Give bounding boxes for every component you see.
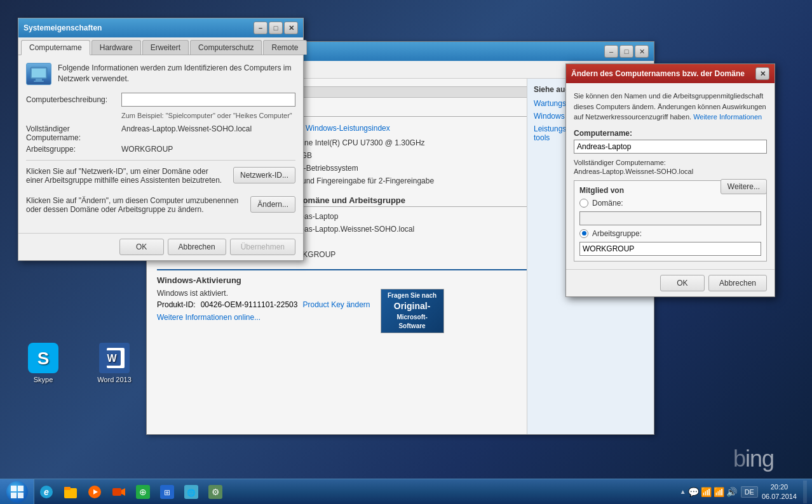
start-orb [6, 481, 28, 503]
syseigen-minimize-btn[interactable]: – [254, 22, 267, 34]
tab-remote[interactable]: Remote [263, 40, 306, 55]
aendern-dialog: Ändern des Computernamens bzw. der Domän… [565, 63, 775, 297]
tray-notify-icon[interactable]: 💬 [688, 487, 699, 497]
word-label: Word 2013 [97, 376, 132, 383]
desktop-icon-word[interactable]: W Word 2013 [89, 343, 140, 383]
word-icon: W [99, 343, 130, 373]
aendern-computername-input[interactable] [574, 140, 767, 154]
start-button[interactable] [0, 479, 34, 505]
clock[interactable]: 20:20 06.07.2014 [762, 482, 797, 501]
taskbar-tray: ▲ 💬 📶 📶 🔊 DE 20:20 06.07.2014 [675, 481, 812, 503]
tab-computername[interactable]: Computername [21, 40, 90, 55]
perf-link[interactable]: Windows-Leistungsindex [306, 124, 390, 133]
taskbar: e ⊕ ⊞ 🌐 [0, 479, 812, 504]
windows-logo: Fragen Sie nach Original- Microsoft- Sof… [381, 289, 444, 333]
clock-date: 06.07.2014 [762, 492, 797, 501]
syseigen-maximize-btn[interactable]: □ [269, 22, 283, 34]
aendern-btn-row: OK Abbrechen [566, 269, 775, 296]
produkt-key-link[interactable]: Product Key ändern [302, 300, 370, 309]
tab-erweitert[interactable]: Erweitert [142, 40, 189, 55]
system-maximize-btn[interactable]: □ [619, 45, 633, 58]
taskbar-lang-icon[interactable]: 🌐 [180, 481, 203, 503]
tray-signal-icon[interactable]: 📶 [714, 487, 724, 497]
arbeitsgruppe-radio[interactable] [579, 229, 588, 238]
taskbar-green-icon[interactable]: ⊕ [132, 481, 154, 503]
aendern-desc: Sie können den Namen und die Arbeitsgrup… [574, 91, 767, 123]
weitere-button[interactable]: Weitere... [721, 179, 767, 194]
arbeitsgruppe-row: Arbeitsgruppe: WORKGROUP [26, 145, 295, 154]
svg-rect-9 [34, 81, 44, 82]
weitere-info-link[interactable]: Weitere Informationen online... [157, 313, 261, 322]
aendern-ok-button[interactable]: OK [660, 275, 705, 291]
svg-rect-11 [18, 486, 24, 491]
system-minimize-btn[interactable]: – [604, 45, 618, 58]
netzwerk-row: Klicken Sie auf "Netzwerk-ID", um einer … [26, 167, 295, 190]
uebernehmen-button[interactable]: Übernehmen [230, 239, 295, 255]
syseigen-close-btn[interactable]: ✕ [284, 22, 298, 34]
svg-text:🌐: 🌐 [187, 488, 196, 497]
example-text: Zum Beispiel: "Spielcomputer" oder "Heik… [121, 112, 295, 119]
aendern-titlebar: Ändern des Computernamens bzw. der Domän… [566, 64, 775, 83]
taskbar-media-icon[interactable] [83, 481, 106, 503]
beschreibung-input[interactable] [121, 93, 295, 107]
syseigen-title: Systemeigenschaften [24, 23, 252, 32]
arbeitsgruppe-label: Arbeitsgruppe: [26, 145, 121, 154]
aendern-weitere-info-link[interactable]: Weitere Informationen [693, 113, 762, 121]
aendern-content: Sie können den Namen und die Arbeitsgrup… [566, 83, 775, 269]
domaene-label: Domäne: [592, 199, 623, 208]
vollstaendig-value: Andreas-Laptop.Weissnet-SOHO.local [121, 124, 252, 142]
computer-info-text: Folgende Informationen werden zum Identi… [58, 63, 295, 84]
domaene-radio[interactable] [579, 199, 588, 208]
show-desktop-btn[interactable] [803, 481, 807, 503]
syseigen-content: Folgende Informationen werden zum Identi… [18, 55, 303, 233]
tray-network-icon[interactable]: 📶 [701, 487, 712, 497]
syseigen-btn-row: OK Abbrechen Übernehmen [18, 233, 303, 260]
language-indicator[interactable]: DE [741, 486, 758, 498]
svg-text:e: e [44, 487, 49, 497]
vollstaendig-label: Vollständiger Computername: [26, 124, 121, 142]
taskbar-ie-icon[interactable]: e [35, 481, 58, 503]
beschreibung-label: Computerbeschreibung: [26, 95, 121, 104]
aendern-row: Klicken Sie auf "Ändern", um diesen Comp… [26, 196, 295, 219]
weitere-info-row: Weitere Informationen online... [157, 313, 370, 322]
taskbar-video-icon[interactable] [107, 481, 130, 503]
aendern-button[interactable]: Ändern... [250, 196, 295, 213]
aendern-vollstaendig-value: Andreas-Laptop.Weissnet-SOHO.local [574, 168, 767, 175]
aendern-title: Ändern des Computernamens bzw. der Domän… [571, 69, 754, 78]
aktivierung-text: Windows ist aktiviert. Produkt-ID: 00426… [157, 289, 370, 322]
taskbar-blue-icon[interactable]: ⊞ [156, 481, 179, 503]
click-info-2: Klicken Sie auf "Ändern", um diesen Comp… [26, 196, 244, 214]
svg-rect-17 [64, 487, 71, 490]
bing-logo: bing [733, 446, 774, 472]
taskbar-explorer-icon[interactable] [59, 481, 82, 503]
svg-text:⊕: ⊕ [139, 487, 147, 497]
arbeitsgruppe-radio-row: Arbeitsgruppe: [579, 229, 761, 238]
skype-icon: S [28, 343, 58, 373]
separator-1 [26, 160, 295, 161]
computer-icon [26, 63, 51, 85]
system-close-btn[interactable]: ✕ [635, 45, 649, 58]
ok-button[interactable]: OK [119, 239, 164, 255]
aendern-close-btn[interactable]: ✕ [755, 67, 769, 80]
win-aktiviert: Windows ist aktiviert. [157, 289, 370, 298]
taskbar-setup-icon[interactable]: ⚙ [204, 481, 227, 503]
tab-hardware[interactable]: Hardware [91, 40, 141, 55]
tab-computerschutz[interactable]: Computerschutz [190, 40, 262, 55]
svg-rect-7 [32, 69, 46, 77]
tray-sound-icon[interactable]: 🔊 [726, 487, 737, 497]
abbrechen-button[interactable]: Abbrechen [168, 239, 226, 255]
netzwerk-id-button[interactable]: Netzwerk-ID... [233, 167, 295, 183]
clock-time: 20:20 [762, 482, 797, 491]
tray-expand[interactable]: ▲ [680, 488, 686, 495]
svg-text:⊞: ⊞ [164, 488, 170, 497]
svg-text:⚙: ⚙ [212, 487, 220, 497]
produkt-label: Produkt-ID: [157, 300, 196, 309]
prozessor-value: Genuine Intel(R) CPU U7300 @ 1.30GHz [284, 138, 425, 147]
aendern-abbrechen-button[interactable]: Abbrechen [708, 275, 767, 291]
desktop-icon-skype[interactable]: S Skype [18, 343, 69, 383]
produkt-row: Produkt-ID: 00426-OEM-9111101-22503 Prod… [157, 300, 370, 309]
click-info-1: Klicken Sie auf "Netzwerk-ID", um einer … [26, 167, 227, 185]
arbeitsgruppe-member-label: Arbeitsgruppe: [592, 229, 642, 238]
svg-rect-12 [11, 493, 17, 498]
arbeitsgruppe-input[interactable] [579, 242, 761, 256]
